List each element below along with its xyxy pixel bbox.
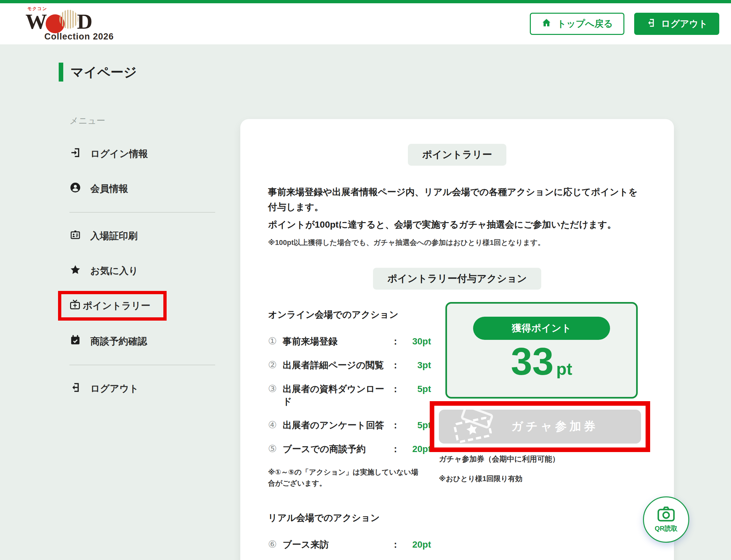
home-icon: [541, 18, 552, 30]
top-accent-bar: [0, 0, 731, 3]
gacha-button-label: ガチャ参加券: [511, 418, 598, 434]
action-number: ③: [268, 383, 277, 394]
action-label: ブースでの商談予約: [283, 443, 390, 455]
action-points: 5pt: [401, 384, 431, 394]
sidebar-divider: [69, 365, 215, 365]
action-row: ④ 出展者のアンケート回答 ： 5pt: [268, 419, 431, 431]
qr-scan-label: QR読取: [655, 524, 678, 533]
action-number: ②: [268, 359, 277, 371]
logout-button[interactable]: ログアウト: [634, 13, 719, 35]
sidebar-item-label: 商談予約確認: [90, 335, 147, 348]
user-icon: [69, 182, 81, 196]
sidebar-item-label: お気に入り: [90, 265, 138, 278]
action-points: 30pt: [401, 336, 431, 347]
points-number: 33: [511, 341, 554, 383]
intro-text: 事前来場登録や出展者情報ページ内、リアル会場での各種アクションに応じてポイントを…: [268, 185, 646, 233]
intro-line-1: 事前来場登録や出展者情報ページ内、リアル会場での各種アクションに応じてポイントを…: [268, 185, 646, 215]
sidebar-item-badge-print[interactable]: 入場証印刷: [69, 229, 215, 243]
annotation-box-gacha: ガチャ参加券: [430, 401, 650, 452]
earned-points-value: 33 pt: [447, 341, 636, 383]
action-points: 20pt: [401, 539, 431, 550]
sidebar-divider: [69, 212, 215, 213]
action-points: 3pt: [401, 360, 431, 371]
action-label: 事前来場登録: [283, 335, 390, 348]
action-label: 出展者詳細ページの閲覧: [283, 359, 390, 371]
sidebar-item-point-rally[interactable]: ポイントラリー: [58, 291, 167, 321]
gacha-note: ※おひとり様1回限り有効: [439, 474, 646, 484]
action-points: 5pt: [401, 420, 431, 431]
star-icon: [69, 264, 81, 278]
action-number: ⑤: [268, 443, 277, 454]
action-colon: ：: [390, 383, 401, 395]
logo-subtitle: Collection 2026: [44, 32, 114, 41]
action-number: ⑥: [268, 538, 277, 550]
action-colon: ：: [390, 538, 401, 551]
screen: モクコン W D Collection 2026 トップへ戻る ログアウト: [0, 0, 731, 560]
sidebar-item-label: ログアウト: [90, 382, 139, 395]
action-points: 20pt: [401, 444, 431, 454]
real-actions-heading: リアル会場でのアクション: [268, 512, 431, 524]
action-label: 出展者の資料ダウンロード: [283, 383, 390, 408]
sidebar-item-label: ログイン情報: [90, 147, 148, 160]
action-number: ①: [268, 335, 277, 347]
back-to-top-button[interactable]: トップへ戻る: [530, 13, 624, 35]
sidebar-menu-label: メニュー: [69, 115, 215, 127]
action-label: ブース来訪: [283, 538, 390, 551]
actions-column: オンライン会場でのアクション ① 事前来場登録 ： 30pt ② 出展者詳細ペー…: [268, 309, 431, 560]
sidebar: メニュー ログイン情報 会員情報 入場証印刷 お気に入り: [69, 115, 215, 416]
id-badge-icon: [69, 229, 81, 243]
points-column: 獲得ポイント 33 pt: [439, 302, 646, 560]
action-colon: ：: [390, 335, 401, 348]
header: モクコン W D Collection 2026 トップへ戻る ログアウト: [0, 3, 731, 44]
logout-icon: [69, 382, 81, 396]
action-row: ① 事前来場登録 ： 30pt: [268, 335, 431, 348]
point-rally-title-chip: ポイントラリー: [408, 144, 506, 166]
camera-icon: [657, 506, 675, 523]
sidebar-item-favorites[interactable]: お気に入り: [69, 264, 215, 278]
earned-points-label: 獲得ポイント: [473, 317, 610, 340]
gacha-caption: ガチャ参加券（会期中に利用可能）: [439, 454, 646, 464]
logo-letter-d: D: [77, 12, 93, 31]
title-accent-bar: [59, 63, 63, 82]
login-icon: [69, 147, 81, 161]
site-logo[interactable]: モクコン W D Collection 2026: [25, 7, 114, 41]
action-row: ② 出展者詳細ページの閲覧 ： 3pt: [268, 359, 431, 371]
action-colon: ：: [390, 419, 401, 431]
award-actions-chip: ポイントラリー付与アクション: [373, 268, 541, 290]
logout-label: ログアウト: [661, 18, 708, 30]
action-label: 出展者のアンケート回答: [283, 419, 390, 431]
sidebar-item-label: ポイントラリー: [83, 299, 150, 312]
page-title-text: マイページ: [70, 63, 137, 81]
intro-note: ※100pt以上獲得した場合でも、ガチャ抽選会への参加はおひとり様1回となります…: [268, 238, 646, 248]
gacha-ticket-button[interactable]: ガチャ参加券: [439, 410, 641, 444]
action-colon: ：: [390, 359, 401, 371]
action-number: ④: [268, 419, 277, 431]
action-row: ⑤ ブースでの商談予約 ： 20pt: [268, 443, 431, 455]
qr-scan-button[interactable]: QR読取: [643, 496, 689, 543]
header-buttons: トップへ戻る ログアウト: [530, 13, 719, 35]
calendar-check-icon: [69, 334, 81, 348]
back-to-top-label: トップへ戻る: [557, 18, 613, 30]
page-title: マイページ: [59, 63, 137, 82]
online-actions-note: ※①～⑤の「アクション」は実施していない場合がございます。: [268, 467, 424, 489]
intro-line-2: ポイントが100ptに達すると、会場で実施するガチャ抽選会にご参加いただけます。: [268, 217, 646, 232]
action-colon: ：: [390, 443, 401, 455]
logo-letter-w: W: [25, 12, 47, 31]
online-actions-heading: オンライン会場でのアクション: [268, 309, 431, 321]
tv-icon: [69, 299, 81, 313]
sidebar-item-label: 入場証印刷: [90, 230, 138, 243]
earned-points-panel: 獲得ポイント 33 pt: [445, 302, 638, 399]
sidebar-item-login-info[interactable]: ログイン情報: [69, 147, 215, 161]
sidebar-item-logout[interactable]: ログアウト: [69, 382, 215, 396]
sidebar-item-label: 会員情報: [90, 182, 128, 195]
points-unit: pt: [556, 359, 572, 379]
action-row: ③ 出展者の資料ダウンロード ： 5pt: [268, 383, 431, 408]
point-rally-panel: ポイントラリー 事前来場登録や出展者情報ページ内、リアル会場での各種アクションに…: [240, 119, 674, 560]
logo-word: W D: [25, 12, 114, 31]
sidebar-item-meeting-reservations[interactable]: 商談予約確認: [69, 334, 215, 348]
logout-icon: [646, 18, 656, 30]
action-row: ⑥ ブース来訪 ： 20pt: [268, 538, 431, 551]
logo-striped-circle: [59, 10, 78, 29]
sidebar-item-member-info[interactable]: 会員情報: [69, 182, 215, 196]
